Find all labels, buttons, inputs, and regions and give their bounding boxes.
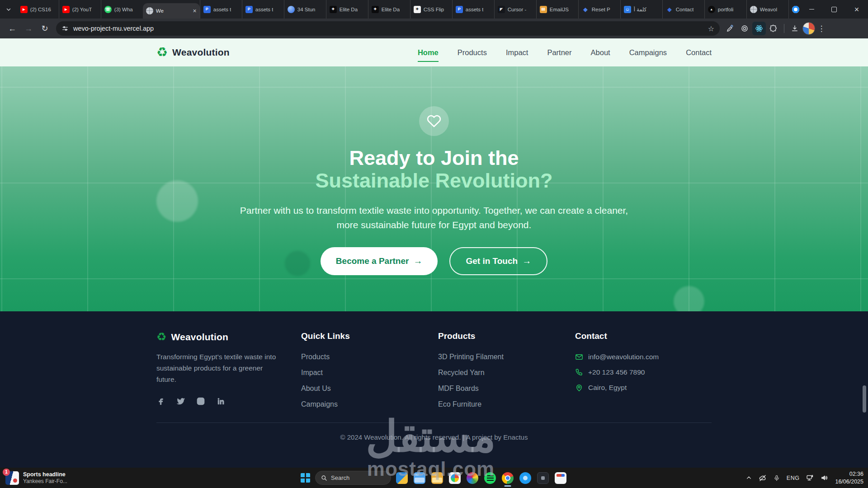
browser-tab[interactable]: Elite Da (326, 0, 368, 19)
tray-chevron-up-icon[interactable] (746, 475, 752, 481)
onedrive-paused-icon[interactable] (759, 474, 767, 482)
window-minimize-button[interactable] (800, 0, 823, 19)
volume-icon[interactable] (821, 474, 828, 482)
browser-tab[interactable]: portfoli (704, 0, 746, 19)
browser-tab[interactable]: (2) YouT (59, 0, 101, 19)
taskbar-app-icon[interactable] (430, 468, 444, 488)
browser-tab[interactable]: Elite Da (368, 0, 410, 19)
target-extension-icon[interactable] (738, 22, 751, 35)
footer-quicklinks-column: Quick Links ProductsImpactAbout UsCampai… (301, 331, 438, 416)
instagram-icon[interactable] (196, 397, 205, 406)
browser-tab[interactable]: (2) CS16 (17, 0, 59, 19)
footer-link[interactable]: Products (301, 353, 438, 361)
browser-tab[interactable]: Cursor - (494, 0, 536, 19)
browser-tab[interactable]: EmailJS (536, 0, 578, 19)
contact-phone-row[interactable]: +20 123 456 7890 (575, 368, 712, 376)
browser-tab[interactable]: (3) Wha (101, 0, 143, 19)
microphone-icon[interactable] (774, 474, 780, 482)
nav-link[interactable]: Products (458, 48, 487, 57)
downloads-icon[interactable] (788, 22, 802, 35)
tab-favicon (20, 6, 28, 13)
tab-close-icon[interactable]: × (193, 7, 197, 14)
eyedropper-extension-icon[interactable] (723, 22, 737, 35)
nav-link[interactable]: Contact (686, 48, 712, 57)
footer-link[interactable]: 3D Printing Filament (438, 353, 575, 361)
tab-title: assets t (255, 7, 274, 12)
hero-title-line1: Ready to Join the (349, 146, 519, 169)
taskbar-app-icon[interactable] (501, 468, 514, 488)
taskbar-app-icon[interactable] (448, 468, 462, 488)
taskbar-app-icon[interactable] (554, 468, 567, 488)
site-logo[interactable]: ♻ Weavolution (156, 46, 230, 59)
extensions-puzzle-icon[interactable] (767, 22, 780, 35)
taskbar-search[interactable]: Search (315, 471, 391, 485)
phone-icon (575, 368, 583, 376)
browser-tab[interactable]: We × (143, 3, 200, 19)
back-button[interactable]: ← (5, 21, 20, 36)
browser-toolbar: ← → ↻ wevo-project-mu.vercel.app ☆ ⋮ (0, 19, 868, 38)
contact-email-row[interactable]: info@weavolution.com (575, 353, 712, 361)
taskbar-app-icon[interactable] (413, 468, 426, 488)
contact-location-row[interactable]: Cairo, Egypt (575, 384, 712, 392)
browser-tab[interactable]: assets t (452, 0, 494, 19)
browser-tab[interactable]: assets t (200, 0, 242, 19)
get-in-touch-button[interactable]: Get in Touch → (449, 247, 547, 275)
start-button[interactable] (301, 473, 310, 483)
footer-link[interactable]: Campaigns (301, 400, 438, 408)
nav-link[interactable]: About (591, 48, 610, 57)
window-close-button[interactable]: × (845, 0, 868, 19)
bookmark-star-icon[interactable]: ☆ (708, 24, 714, 33)
reload-button[interactable]: ↻ (37, 21, 52, 36)
taskbar-app-icon[interactable] (536, 468, 550, 488)
browser-tab[interactable]: كلمة أ (620, 0, 662, 19)
profile-avatar[interactable] (802, 22, 815, 35)
nav-link[interactable]: Partner (547, 48, 571, 57)
twitter-icon[interactable] (176, 397, 185, 406)
tab-favicon (414, 6, 421, 13)
footer-link[interactable]: MDF Boards (438, 385, 575, 393)
become-partner-button[interactable]: Become a Partner → (321, 247, 438, 275)
site-settings-icon[interactable] (61, 25, 69, 32)
footer-link[interactable]: Eco Furniture (438, 400, 575, 408)
address-bar[interactable]: wevo-project-mu.vercel.app ☆ (56, 21, 720, 36)
nav-link[interactable]: Impact (506, 48, 528, 57)
footer-link[interactable]: Recycled Yarn (438, 369, 575, 377)
tab-title: assets t (213, 7, 231, 12)
forward-button[interactable]: → (21, 21, 36, 36)
linkedin-icon[interactable] (216, 397, 225, 406)
nav-link[interactable]: Campaigns (629, 48, 667, 57)
page-scrollbar-thumb[interactable] (863, 385, 866, 413)
contact-phone: +20 123 456 7890 (588, 368, 645, 376)
browser-tab[interactable]: إضافة م (788, 0, 800, 19)
taskbar-clock[interactable]: 02:36 16/06/2025 (835, 470, 863, 486)
tab-favicon (245, 6, 253, 13)
taskbar-app-icon[interactable] (395, 468, 409, 488)
footer-link[interactable]: Impact (301, 369, 438, 377)
browser-tab[interactable]: Weavol (746, 0, 788, 19)
tab-search-button[interactable] (0, 0, 17, 19)
taskbar-app-icon[interactable] (483, 468, 497, 488)
network-icon[interactable] (806, 474, 814, 482)
tab-title: EmailJS (550, 7, 569, 12)
facebook-icon[interactable] (156, 397, 165, 406)
browser-tab[interactable]: Reset P (578, 0, 620, 19)
location-pin-icon (575, 384, 583, 392)
taskbar-app-icon[interactable] (519, 468, 532, 488)
arrow-right-icon: → (522, 256, 531, 266)
arrow-right-icon: → (413, 256, 422, 266)
tab-title: Contact (676, 7, 694, 12)
taskbar-app-icon[interactable] (466, 468, 479, 488)
react-devtools-icon[interactable] (752, 22, 766, 35)
browser-tab[interactable]: assets t (242, 0, 284, 19)
browser-tab[interactable]: Contact (662, 0, 704, 19)
language-indicator[interactable]: ENG (787, 475, 800, 481)
browser-menu-icon[interactable]: ⋮ (816, 24, 827, 33)
footer-link[interactable]: About Us (301, 385, 438, 393)
tab-title: 34 Stun (297, 7, 316, 12)
footer-divider (156, 422, 712, 423)
browser-tab[interactable]: 34 Stun (284, 0, 326, 19)
browser-tab[interactable]: CSS Flip (410, 0, 452, 19)
window-maximize-button[interactable] (823, 0, 845, 19)
nav-link[interactable]: Home (418, 48, 439, 57)
taskbar-news-widget[interactable]: 1 Sports headline Yankees Fair-Fo... (5, 468, 67, 488)
